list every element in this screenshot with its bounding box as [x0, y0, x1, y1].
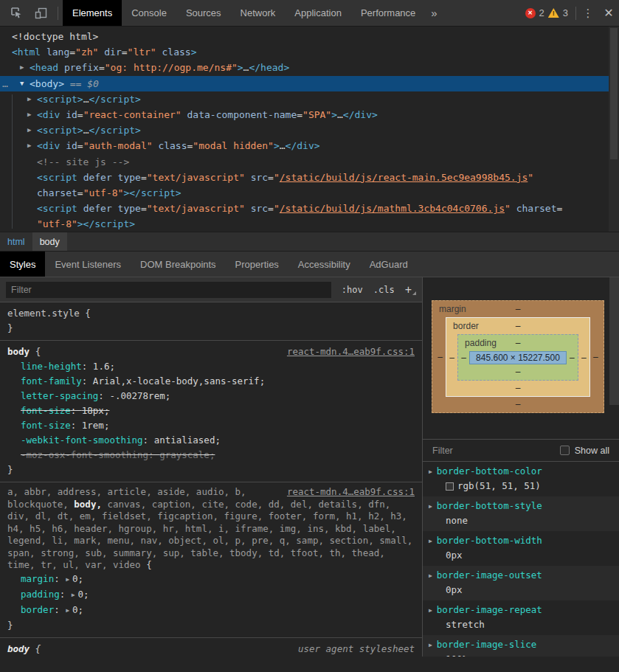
resource-link[interactable]: /static/build/js/mathml.3cb4c04c0706.js [280, 203, 505, 214]
dom-node-row[interactable]: "utf-8"></script> [0, 216, 609, 232]
scrollbar-thumb[interactable] [610, 28, 618, 159]
css-declaration-letter-spacing[interactable]: letter-spacing: -.00278rem; [7, 389, 415, 403]
disclosure-triangle-icon[interactable]: ▶ [429, 538, 437, 544]
color-swatch[interactable] [446, 482, 454, 491]
tab-application[interactable]: Application [285, 0, 351, 26]
computed-property-row[interactable]: ▶border-image-repeatstretch [423, 600, 619, 635]
dom-node-row[interactable]: <script defer type="text/javascript" src… [0, 201, 609, 216]
pseudo-state-toggle[interactable]: :hov [342, 285, 363, 295]
dom-node-row[interactable]: charset="utf-8"></script> [0, 185, 609, 201]
computed-property-row[interactable]: ▶border-bottom-width0px [423, 531, 619, 566]
tab-console[interactable]: Console [122, 0, 176, 26]
dom-node-row[interactable]: …▼<body> == $0 [0, 76, 609, 91]
css-declaration-display[interactable]: display: block; [7, 657, 415, 657]
overflow-ellipsis[interactable]: … [2, 76, 8, 91]
disclosure-triangle-icon[interactable]: ▶ [429, 503, 437, 510]
css-declaration--moz-osx-font-smoothing[interactable]: -moz-osx-font-smoothing: grayscale; [7, 448, 415, 463]
dom-node-row[interactable]: ▶<head prefix="og: http://ogp.me/ns#">…<… [0, 60, 609, 75]
padding-right-value[interactable]: – [567, 353, 578, 363]
disclosure-triangle-icon[interactable]: ▶ [429, 572, 437, 579]
class-toggle[interactable]: .cls [373, 285, 395, 295]
stylesheet-link[interactable]: react-mdn.4…eab9f.css:1 [287, 486, 415, 499]
padding-top-value[interactable]: – [516, 335, 521, 351]
stylesheet-link[interactable]: react-mdn.4…eab9f.css:1 [287, 344, 415, 359]
sidebar-tab-dom-breakpoints[interactable]: DOM Breakpoints [131, 252, 226, 277]
dom-node-row[interactable]: <script defer type="text/javascript" src… [0, 170, 609, 185]
computed-property-row[interactable]: ▶border-image-slice100% [423, 635, 619, 657]
tab-network[interactable]: Network [231, 0, 286, 26]
dom-node-row[interactable]: <!-- site js --> [0, 154, 609, 170]
disclosure-triangle-icon[interactable]: ▶ [429, 642, 437, 648]
css-declaration-font-size[interactable]: font-size: 1rem; [7, 418, 415, 433]
show-all-control[interactable]: Show all [560, 446, 609, 456]
css-rule[interactable]: react-mdn.4…eab9f.css:1a, abbr, address,… [0, 482, 422, 638]
margin-bottom-value[interactable]: – [516, 399, 521, 409]
dom-node-row[interactable]: <html lang="zh" dir="ltr" class> [0, 44, 609, 60]
css-declaration-margin[interactable]: margin: ▶0; [7, 572, 415, 587]
crumb-html[interactable]: html [0, 232, 32, 251]
dom-node-row[interactable]: <!doctype html> [0, 29, 609, 44]
elements-scrollbar[interactable] [609, 27, 619, 232]
close-icon[interactable]: ✕ [598, 4, 619, 23]
computed-property-row[interactable]: ▶border-bottom-colorrgb(51, 51, 51) [423, 462, 619, 496]
show-all-checkbox[interactable] [560, 446, 570, 455]
css-rule[interactable]: react-mdn.4…eab9f.css:1body {line-height… [0, 341, 422, 482]
tab-elements[interactable]: Elements [63, 0, 122, 26]
computed-filter-input[interactable] [432, 446, 513, 456]
sidebar-tab-accessibility[interactable]: Accessibility [288, 252, 360, 277]
dom-node-row[interactable]: ▶<script>…</script> [0, 122, 609, 138]
box-model-margin[interactable]: margin– – border– – padding– – [432, 300, 604, 413]
disclosure-triangle-icon[interactable]: ▶ [27, 91, 31, 107]
css-declaration-border[interactable]: border: ▶0; [7, 603, 415, 618]
inspect-element-icon[interactable] [6, 4, 27, 23]
dom-node-row[interactable]: ▶<script>…</script> [0, 91, 609, 107]
computed-property-row[interactable]: ▶border-bottom-stylenone [423, 496, 619, 531]
tab-sources[interactable]: Sources [176, 0, 231, 26]
menu-icon[interactable]: ⋮ [578, 4, 598, 23]
disclosure-triangle-icon[interactable]: ▶ [27, 138, 31, 153]
css-declaration-font-size[interactable]: font-size: 18px; [7, 403, 415, 418]
padding-bottom-value[interactable]: – [516, 367, 521, 377]
dom-node-row[interactable]: ▶<div id="react-container" data-componen… [0, 107, 609, 122]
crumb-body[interactable]: body [32, 232, 67, 251]
device-toolbar-icon[interactable] [31, 4, 52, 23]
box-model-content[interactable]: 845.600 × 15227.500 [469, 351, 567, 364]
expand-shorthand-icon[interactable]: ▶ [65, 576, 72, 583]
dom-node-row[interactable]: ▶<div id="auth-modal" class="modal hidde… [0, 138, 609, 153]
margin-left-value[interactable]: – [435, 352, 446, 362]
css-declaration-padding[interactable]: padding: ▶0; [7, 587, 415, 603]
expand-shorthand-icon[interactable]: ▶ [65, 607, 72, 614]
sidebar-tab-event-listeners[interactable]: Event Listeners [45, 252, 131, 277]
new-style-rule-button[interactable]: + [405, 283, 416, 297]
disclosure-triangle-icon[interactable]: ▶ [27, 107, 31, 122]
margin-top-value[interactable]: – [516, 301, 521, 317]
more-tabs-button[interactable]: » [425, 0, 443, 26]
styles-filter-input[interactable] [6, 282, 331, 298]
sidebar-tab-styles[interactable]: Styles [0, 252, 45, 277]
border-bottom-value[interactable]: – [516, 383, 521, 393]
border-left-value[interactable]: – [446, 353, 457, 363]
css-rule[interactable]: element.style {} [0, 302, 422, 341]
disclosure-triangle-icon[interactable]: ▶ [429, 468, 437, 475]
disclosure-triangle-icon[interactable]: ▼ [20, 76, 24, 91]
resource-link[interactable]: /static/build/js/react-main.5ec9ea998b45… [280, 172, 528, 183]
disclosure-triangle-icon[interactable]: ▶ [429, 607, 437, 614]
tab-performance[interactable]: Performance [351, 0, 425, 26]
sidebar-tab-properties[interactable]: Properties [226, 252, 288, 277]
css-declaration-font-family[interactable]: font-family: Arial,x-locale-body,sans-se… [7, 374, 415, 389]
border-right-value[interactable]: – [578, 353, 589, 363]
padding-left-value[interactable]: – [458, 353, 469, 363]
computed-scrollbar[interactable] [609, 277, 619, 405]
expand-shorthand-icon[interactable]: ▶ [71, 592, 78, 598]
css-rule[interactable]: user agent stylesheetbody {display: bloc… [0, 638, 422, 657]
css-declaration-line-height[interactable]: line-height: 1.6; [7, 359, 415, 374]
disclosure-triangle-icon[interactable]: ▶ [20, 60, 24, 75]
box-model-padding[interactable]: padding– – 845.600 × 15227.500 – – [457, 334, 578, 381]
sidebar-tab-adguard[interactable]: AdGuard [360, 252, 418, 277]
box-model-border[interactable]: border– – padding– – 845.600 × 15227.500… [446, 317, 590, 397]
margin-right-value[interactable]: – [590, 352, 601, 362]
disclosure-triangle-icon[interactable]: ▶ [27, 122, 31, 138]
border-top-value[interactable]: – [516, 318, 521, 334]
css-declaration--webkit-font-smoothing[interactable]: -webkit-font-smoothing: antialiased; [7, 433, 415, 448]
computed-property-row[interactable]: ▶border-image-outset0px [423, 566, 619, 600]
